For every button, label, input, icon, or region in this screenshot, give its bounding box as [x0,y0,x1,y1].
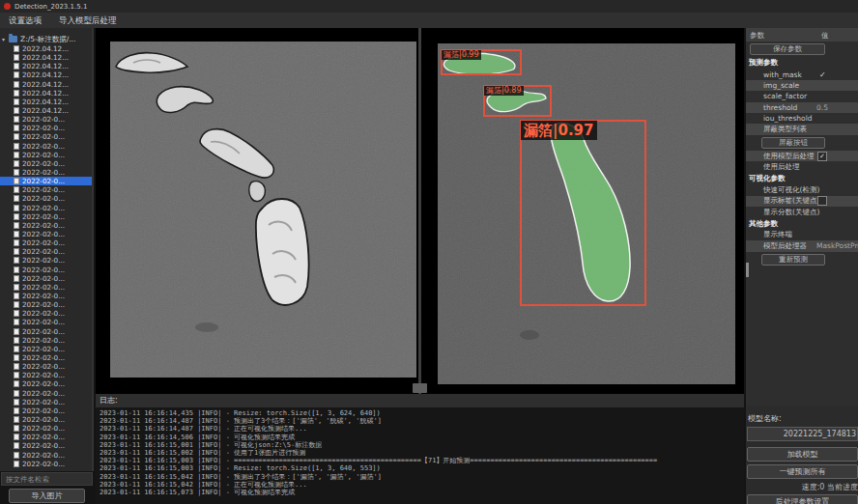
tree-file-item[interactable]: 2022.04.12... [0,70,94,79]
image-right-prediction[interactable]: 漏箔|0.99 漏箔|0.89 漏箔|0.97 [438,43,735,384]
menu-bar: 设置选项导入模型后处理 [0,13,858,28]
tree-file-item[interactable]: 2022-02-0... [0,292,94,300]
tree-file-item[interactable]: 2022-02-0... [0,345,94,353]
param-row[interactable]: 屏蔽类型列表 [746,124,858,134]
tree-file-item[interactable]: 2022-02-0... [0,230,94,238]
tree-file-item[interactable]: 2022-02-0... [0,159,94,168]
file-icon [14,452,19,459]
param-row[interactable]: 显示标签(关键点) [746,196,858,207]
tree-file-item[interactable]: 2022-02-0... [0,142,94,151]
tree-file-item[interactable]: 2022-02-0... [0,398,94,406]
param-row[interactable]: threshold 0.5 [746,102,858,113]
param-checkbox[interactable]: ✓ [817,152,827,161]
tree-file-label: 2022-02-0... [22,441,65,450]
tree-file-item[interactable]: 2022.04.12... [0,106,94,115]
tree-file-item[interactable]: 2022-02-0... [0,353,94,362]
model-name-field[interactable]: 20221225_174813 [747,427,858,441]
import-image-button[interactable]: 导入图片 [9,489,85,503]
log-output[interactable]: 2023-01-11 16:16:14,435 |INFO| - Resize:… [96,407,744,504]
param-row[interactable]: 显示终端 [746,230,858,240]
param-row[interactable]: img_scale [746,80,858,91]
param-label: threshold [763,103,797,112]
parameter-panel: 参数 值 保存参数 预测参数 with_mask ✓ img_scale sca… [746,28,858,406]
image-left-raw[interactable] [110,42,416,378]
tree-file-item[interactable]: 2022-02-0... [0,441,94,450]
param-row[interactable]: scale_factor [746,91,858,101]
load-model-button[interactable]: 加载模型 [747,447,858,462]
postprocess-params-button[interactable]: 后处理参数设置 [747,494,858,504]
tree-file-item[interactable]: 2022-02-0... [0,283,94,292]
search-input[interactable] [1,472,93,486]
file-icon [14,266,19,273]
tree-file-item[interactable]: 2022-02-0... [0,318,94,326]
tree-file-label: 2022-02-0... [22,309,65,318]
param-row[interactable]: 模型后处理器 MaskPostPro [746,240,858,251]
param-row[interactable]: 预测参数 [746,57,858,70]
tree-file-item[interactable]: 2022-02-0... [0,450,94,459]
tree-file-item[interactable]: 2022-02-0... [0,406,94,415]
tree-file-label: 2022-02-0... [22,256,65,265]
parameter-header: 参数 值 [746,28,858,42]
tree-file-item[interactable]: 2022-02-0... [0,388,94,397]
tree-root-folder[interactable]: ▾ Z:/5-标注数据/... [0,34,94,44]
tree-file-item[interactable]: 2022.04.12... [0,44,94,53]
tree-file-item[interactable]: 2022-02-0... [0,415,94,424]
tree-file-item[interactable]: 2022-02-0... [0,460,94,468]
tree-file-item[interactable]: 2022.04.12... [0,53,94,62]
tree-file-item[interactable]: 2022-02-0... [0,266,94,274]
tree-file-item[interactable]: 2022-02-0... [0,132,94,141]
tree-file-item[interactable]: 2022-02-0... [0,151,94,159]
param-checkbox[interactable]: ✓ [819,70,826,79]
param-checkbox[interactable] [817,196,827,206]
param-row[interactable]: 快速可视化(检测) [746,184,858,195]
tree-file-item[interactable]: 2022-02-0... [0,424,94,433]
tree-file-item[interactable]: 2022-02-0... [0,371,94,379]
tree-file-item[interactable]: 2022-02-0... [0,185,94,194]
file-icon [14,434,19,440]
tree-file-item[interactable]: 2022-02-0... [0,238,94,247]
tree-file-item[interactable]: 2022-02-0... [0,433,94,441]
chevron-down-icon[interactable]: ▾ [2,36,9,42]
tree-scrollbar[interactable] [92,28,94,471]
param-row[interactable]: 重新预测 [746,252,858,267]
save-params-button[interactable]: 保存参数 [750,43,825,55]
param-row[interactable]: 使用模型后处理 ✓ [746,151,858,161]
param-row[interactable]: 其他参数 [746,217,858,230]
param-row[interactable]: 使用后处理 [746,161,858,172]
tree-file-item[interactable]: 2022-02-0... [0,204,94,212]
param-row[interactable]: 屏蔽按钮 [746,135,858,151]
tree-file-item[interactable]: 2022-02-0... [0,274,94,283]
tree-file-item[interactable]: 2022-02-0... [0,309,94,318]
viewer-splitter[interactable] [418,28,421,394]
param-row[interactable]: 显示分数(关键点) [746,207,858,217]
menu-item[interactable]: 导入模型后处理 [50,13,126,28]
tree-file-item[interactable]: 2022-02-0... [0,177,94,185]
parameter-scrollbar[interactable] [746,263,749,277]
tree-file-label: 2022-02-0... [22,194,65,203]
param-row[interactable]: with_mask ✓ [746,70,858,80]
tree-file-item[interactable]: 2022-02-0... [0,212,94,221]
tree-file-item[interactable]: 2022-02-0... [0,194,94,203]
tree-file-item[interactable]: 2022.04.12... [0,89,94,98]
param-row[interactable]: 可视化参数 [746,173,858,185]
window-title: Detection_2023.1.5.1 [14,3,87,11]
tree-file-item[interactable]: 2022.04.12... [0,98,94,106]
tree-file-item[interactable]: 2022.04.12... [0,62,94,70]
tree-file-item[interactable]: 2022-02-0... [0,115,94,124]
param-row[interactable]: iou_threshold [746,113,858,124]
menu-item[interactable]: 设置选项 [0,13,50,28]
viewer-splitter-handle[interactable] [413,383,427,393]
tree-file-item[interactable]: 2022-02-0... [0,336,94,345]
predict-all-button[interactable]: 一键预测所有 [747,464,858,479]
tree-file-item[interactable]: 2022.04.12... [0,80,94,89]
tree-file-label: 2022-02-0... [22,168,65,177]
tree-file-item[interactable]: 2022-02-0... [0,247,94,256]
tree-file-item[interactable]: 2022-02-0... [0,221,94,230]
tree-file-item[interactable]: 2022-02-0... [0,256,94,265]
tree-file-item[interactable]: 2022-02-0... [0,124,94,132]
tree-file-item[interactable]: 2022-02-0... [0,379,94,388]
tree-file-item[interactable]: 2022-02-0... [0,300,94,309]
tree-file-item[interactable]: 2022-02-0... [0,327,94,336]
tree-file-item[interactable]: 2022-02-0... [0,362,94,371]
tree-file-item[interactable]: 2022-02-0... [0,168,94,177]
